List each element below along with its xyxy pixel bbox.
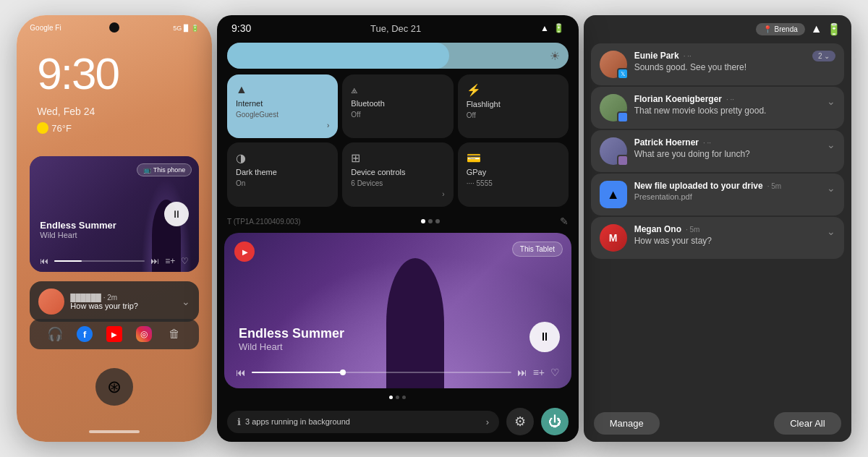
tablet-record-button[interactable] <box>234 242 255 262</box>
tablet-music-player[interactable]: This Tablet Endless Summer Wild Heart ⏸ … <box>224 233 571 388</box>
tablet-skip-forward-icon[interactable]: ⏭ <box>517 367 527 378</box>
drive-avatar: ▲ <box>600 181 627 208</box>
notification-item-florian[interactable]: Florian Koenigberger · ·· That new movie… <box>591 87 844 129</box>
brightness-fill <box>227 43 449 69</box>
phone-skip-forward-icon[interactable]: ⏭ <box>150 256 159 266</box>
tablet-queue-icon[interactable]: ≡+ <box>533 367 545 378</box>
tablet-music-dots <box>217 393 579 402</box>
headphone-icon[interactable]: 🎧 <box>47 326 63 342</box>
tablet-skip-back-icon[interactable]: ⏮ <box>236 367 246 378</box>
quick-tile-internet[interactable]: ▲ Internet GoogleGuest › <box>227 74 338 138</box>
flashlight-icon: ⚡ <box>467 83 560 97</box>
tablet-power-button[interactable]: ⏻ <box>541 408 569 435</box>
phone-notif-chevron-icon[interactable]: ⌄ <box>182 296 190 307</box>
tablet-pause-button[interactable]: ⏸ <box>529 322 560 352</box>
this-phone-label: This phone <box>153 166 186 174</box>
delete-icon[interactable]: 🗑 <box>166 326 182 342</box>
notification-item-megan[interactable]: M Megan Ono · 5m How was your stay? ⌄ <box>591 217 844 259</box>
megan-name: Megan Ono <box>634 224 681 234</box>
quick-tile-gpay[interactable]: 💳 GPay ···· 5555 <box>458 142 569 207</box>
tablet-home-indicator[interactable] <box>217 441 579 442</box>
phone-network-type: 5G <box>173 25 182 32</box>
brightness-slider[interactable]: ☀ <box>227 43 569 69</box>
manage-button[interactable]: Manage <box>594 412 660 435</box>
tablet-music-info: Endless Summer Wild Heart <box>239 326 344 352</box>
clear-all-button[interactable]: Clear All <box>774 412 841 435</box>
megan-avatar: M <box>600 224 627 252</box>
phone-skip-back-icon[interactable]: ⏮ <box>40 256 48 266</box>
tablet-music-dot-2 <box>396 396 399 399</box>
phone-apps-bar: 🎧 f ▶ ◎ 🗑 <box>30 319 199 349</box>
phone-queue-icon[interactable]: ≡+ <box>165 256 175 266</box>
twitter-app-icon: 𝕏 <box>617 68 629 80</box>
notifications-user-name: Brenda <box>775 25 798 33</box>
notification-item-eunie[interactable]: 𝕏 Eunie Park · ·· Sounds good. See you t… <box>591 43 844 85</box>
eunie-message: Sounds good. See you there! <box>634 62 805 72</box>
fingerprint-button[interactable]: ⊛ <box>95 368 133 406</box>
tablet-build-number: T (TP1A.2100409.003) <box>227 218 301 226</box>
tablet-device: 9:30 Tue, Dec 21 ▲ 🔋 ☀ ▲ Internet Google… <box>217 15 579 442</box>
device-controls-icon: ⊞ <box>351 151 444 165</box>
tablet-bg-apps-text: ℹ 3 apps running in background <box>237 417 350 427</box>
patrick-app-icon <box>617 155 629 166</box>
phone-this-phone-badge: 📺 This phone <box>137 163 192 176</box>
notification-item-patrick[interactable]: Patrick Hoerner · ·· What are you doing … <box>591 130 844 172</box>
tablet-bg-apps-bar[interactable]: ℹ 3 apps running in background › <box>227 411 499 433</box>
phone-pause-button[interactable] <box>164 202 189 226</box>
patrick-time: · ·· <box>703 139 711 147</box>
tablet-quick-settings: ☀ ▲ Internet GoogleGuest › ⟁ Bluetooth O… <box>217 38 579 211</box>
tablet-edit-icon[interactable]: ✎ <box>560 215 569 227</box>
florian-name: Florian Koenigberger <box>634 94 722 104</box>
megan-expand-icon[interactable]: ⌄ <box>827 226 835 237</box>
tablet-status-bar: 9:30 Tue, Dec 21 ▲ 🔋 <box>217 15 579 38</box>
phone-time: 9:30 <box>37 51 119 96</box>
drive-time: · 5m <box>767 182 781 190</box>
drive-name-row: New file uploaded to your drive · 5m <box>634 181 820 191</box>
drive-expand-icon[interactable]: ⌄ <box>827 182 835 194</box>
quick-tile-flashlight[interactable]: ⚡ Flashlight Off <box>458 74 569 138</box>
tablet-music-artist: Wild Heart <box>239 341 344 352</box>
phone-heart-icon[interactable]: ♡ <box>181 256 189 266</box>
phone-notif-message: How was your trip? <box>70 302 176 310</box>
eunie-time: · ·· <box>684 52 692 60</box>
device-controls-label: Device controls <box>351 168 444 176</box>
wifi-status-icon: ▲ <box>811 22 822 36</box>
phone-music-card[interactable]: 📺 This phone Endless Summer Wild Heart ⏮… <box>30 156 199 272</box>
quick-tile-dark-theme[interactable]: ◑ Dark theme On <box>227 142 338 207</box>
tablet-dot-3 <box>435 219 440 223</box>
instagram-icon[interactable]: ◎ <box>136 326 152 342</box>
this-tablet-label: This Tablet <box>520 245 555 253</box>
patrick-content: Patrick Hoerner · ·· What are you doing … <box>634 137 820 159</box>
patrick-name: Patrick Hoerner <box>634 137 699 148</box>
quick-tile-bluetooth[interactable]: ⟁ Bluetooth Off <box>342 74 453 138</box>
patrick-expand-icon[interactable]: ⌄ <box>827 139 835 150</box>
phone-home-indicator[interactable] <box>89 430 140 433</box>
weather-sun-icon <box>37 122 48 134</box>
phone-notif-name: ██████ · 2m <box>70 294 176 302</box>
tablet-progress-bar[interactable] <box>252 372 511 373</box>
florian-name-row: Florian Koenigberger · ·· <box>634 94 820 104</box>
drive-content: New file uploaded to your drive · 5m Pre… <box>634 181 820 201</box>
tablet-heart-icon[interactable]: ♡ <box>550 367 560 378</box>
phone-notification-item[interactable]: ██████ · 2m How was your trip? ⌄ <box>30 281 199 322</box>
tablet-settings-button[interactable]: ⚙ <box>506 408 534 435</box>
megan-message: How was your stay? <box>634 236 820 246</box>
youtube-icon[interactable]: ▶ <box>106 326 122 342</box>
phone-battery-icon: 🔋 <box>191 25 199 32</box>
flashlight-sub: Off <box>467 111 560 119</box>
tablet-progress-dot <box>340 370 346 375</box>
flashlight-label: Flashlight <box>467 100 560 108</box>
phone-progress-bar[interactable] <box>54 260 145 262</box>
phone-date: Wed, Feb 24 <box>37 106 95 117</box>
notification-item-drive[interactable]: ▲ New file uploaded to your drive · 5m P… <box>591 174 844 215</box>
tablet-bg-chevron-icon: › <box>486 417 489 427</box>
florian-app-icon <box>617 111 629 123</box>
tablet-power-icon: ⏻ <box>548 414 561 430</box>
facebook-icon[interactable]: f <box>77 326 93 342</box>
quick-tile-device-controls[interactable]: ⊞ Device controls 6 Devices › <box>342 142 453 207</box>
florian-message: That new movie looks pretty good. <box>634 106 820 116</box>
drive-title: New file uploaded to your drive <box>634 181 763 191</box>
tablet-progress-fill <box>252 372 343 373</box>
internet-sub: GoogleGuest <box>236 111 329 119</box>
florian-expand-icon[interactable]: ⌄ <box>827 95 835 107</box>
